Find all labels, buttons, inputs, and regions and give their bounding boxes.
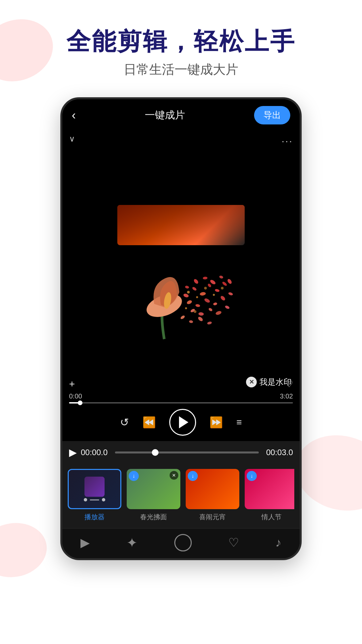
time-start: 0:00 <box>69 392 82 400</box>
svg-point-24 <box>227 278 232 285</box>
top-bar: ‹ 一键成片 导出 <box>62 99 300 130</box>
phone-inner: ‹ 一键成片 导出 ∨ ... <box>62 99 300 558</box>
remove-badge-spring[interactable]: ✕ <box>170 471 178 480</box>
replay-button[interactable]: ↺ <box>120 416 129 429</box>
music-icon: ♪ <box>276 536 282 550</box>
svg-point-11 <box>213 302 218 306</box>
svg-point-17 <box>215 310 222 316</box>
video-overlay-top: ∨ ... <box>69 133 293 145</box>
svg-point-16 <box>208 307 213 312</box>
playback-controls: ↺ ⏪ ⏩ ≡ <box>69 409 293 436</box>
time-end: 3:02 <box>280 392 293 400</box>
timeline-section: ▶ 00:00.0 00:03.0 <box>62 441 300 464</box>
watermark-badge: ✕ 我是水印 <box>246 377 292 387</box>
svg-point-23 <box>219 275 224 279</box>
template-thumb-valentine[interactable]: ↓ <box>245 469 294 509</box>
dropdown-icon[interactable]: ∨ <box>69 134 75 144</box>
video-thumbnail-strip <box>117 205 245 245</box>
svg-point-34 <box>185 307 187 309</box>
svg-point-22 <box>209 279 216 285</box>
svg-point-30 <box>196 296 198 298</box>
edit-icon: ▶ <box>80 536 90 550</box>
svg-point-5 <box>207 283 212 288</box>
svg-point-2 <box>183 293 189 298</box>
header-section: 全能剪辑，轻松上手 日常生活一键成大片 <box>0 27 362 78</box>
templates-row: 播放器 ↓ ✕ 春光拂面 ↓ <box>68 469 294 522</box>
video-overlay-bottom: + ♡ 0:00 3:02 ↺ ⏪ <box>62 378 300 441</box>
download-arrow-icon: ↓ <box>191 473 194 479</box>
svg-point-29 <box>187 291 190 293</box>
progress-handle[interactable] <box>78 400 82 405</box>
template-item-player[interactable]: 播放器 <box>68 469 121 522</box>
timeline-time-start: 00:00.0 <box>81 448 111 457</box>
back-button[interactable]: ‹ <box>72 108 76 122</box>
effects-icon: ✦ <box>126 535 138 550</box>
nav-item-music[interactable]: ♪ <box>276 536 282 550</box>
mini-ctrl-dot2 <box>102 498 105 501</box>
thumbnail-blur <box>117 205 245 245</box>
export-button[interactable]: 导出 <box>254 106 290 124</box>
download-badge-lantern: ↓ <box>188 471 198 481</box>
svg-point-4 <box>199 292 206 296</box>
svg-point-27 <box>197 316 204 322</box>
progress-bar[interactable] <box>69 402 293 404</box>
timeline-slider[interactable] <box>115 451 259 453</box>
video-area: ∨ ... <box>62 130 300 441</box>
templates-section: 播放器 ↓ ✕ 春光拂面 ↓ <box>62 464 300 528</box>
template-item-lantern[interactable]: ↓ 喜闹元宵 <box>186 469 239 522</box>
svg-point-32 <box>213 294 215 296</box>
mini-ctrl-row <box>84 498 105 501</box>
bottom-nav: ▶ ✦ ♡ ♪ <box>62 528 300 558</box>
svg-point-25 <box>180 315 185 320</box>
template-thumb-spring[interactable]: ↓ ✕ <box>127 469 180 509</box>
next-button[interactable]: ⏩ <box>209 416 223 429</box>
svg-point-18 <box>225 305 230 309</box>
template-label-lantern: 喜闹元宵 <box>199 513 226 522</box>
svg-point-20 <box>193 278 199 285</box>
header-subtitle: 日常生活一键成大片 <box>0 61 362 78</box>
phone-mockup: ‹ 一键成片 导出 ∨ ... <box>60 97 302 560</box>
more-options-icon[interactable]: ... <box>282 133 293 145</box>
svg-point-12 <box>220 295 226 301</box>
svg-point-8 <box>186 300 193 305</box>
svg-point-33 <box>221 287 224 289</box>
timeline-play-button[interactable]: ▶ <box>69 446 77 458</box>
playlist-button[interactable]: ≡ <box>236 417 242 428</box>
play-icon <box>179 416 188 428</box>
nav-item-edit[interactable]: ▶ <box>80 536 90 550</box>
svg-point-10 <box>204 298 211 304</box>
template-label-valentine: 情人节 <box>261 513 282 522</box>
svg-point-9 <box>195 304 200 307</box>
mini-ctrl-bar <box>90 499 99 500</box>
template-thumb-player[interactable] <box>68 469 121 509</box>
template-item-valentine[interactable]: ↓ 情人节 <box>245 469 294 522</box>
timeline-handle[interactable] <box>152 449 159 456</box>
mini-album-art <box>84 477 105 497</box>
template-thumb-lantern[interactable]: ↓ <box>186 469 239 509</box>
header-title: 全能剪辑，轻松上手 <box>0 27 362 56</box>
time-row: 0:00 3:02 <box>69 392 293 400</box>
download-badge-valentine: ↓ <box>247 471 257 481</box>
video-content <box>62 205 300 366</box>
svg-point-35 <box>194 310 196 313</box>
svg-point-6 <box>215 288 220 292</box>
favorites-icon: ♡ <box>228 536 239 550</box>
watermark-close-button[interactable]: ✕ <box>246 377 257 387</box>
watermark-label: 我是水印 <box>259 377 292 387</box>
template-label-spring: 春光拂面 <box>140 513 167 522</box>
svg-point-13 <box>228 292 233 296</box>
timeline-time-end: 00:03.0 <box>263 448 293 457</box>
svg-point-26 <box>189 320 193 323</box>
svg-point-21 <box>203 276 208 279</box>
svg-point-19 <box>185 285 189 289</box>
template-label-player: 播放器 <box>84 513 105 522</box>
prev-button[interactable]: ⏪ <box>142 416 156 429</box>
nav-item-favorites[interactable]: ♡ <box>228 536 239 550</box>
add-clip-button[interactable]: + <box>69 378 75 390</box>
play-button[interactable] <box>169 409 196 436</box>
nav-item-effects[interactable]: ✦ <box>126 535 138 550</box>
nav-item-home[interactable] <box>174 534 192 551</box>
template-item-spring[interactable]: ↓ ✕ 春光拂面 <box>127 469 180 522</box>
download-arrow-icon: ↓ <box>132 473 135 479</box>
flower-art <box>124 252 238 353</box>
